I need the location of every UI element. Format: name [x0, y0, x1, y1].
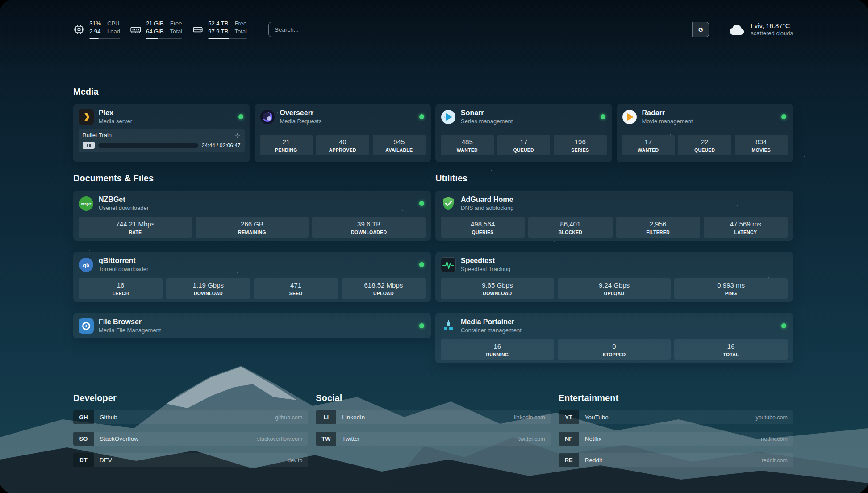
- portainer-subtitle: Container management: [461, 327, 522, 334]
- bookmark-abbr: SO: [73, 432, 94, 446]
- nzbget-link[interactable]: nzbget NZBGet Usenet downloader: [79, 195, 426, 212]
- cpu-usage-value: 31%: [89, 20, 101, 28]
- bookmark-netflix[interactable]: NF Netflix netflix.com: [559, 432, 793, 446]
- plex-name: Plex: [99, 109, 132, 117]
- plex-now-playing: Bullet Train 24:44 / 02:06:47: [79, 129, 245, 152]
- documents-section-title: Documents & Files: [73, 173, 431, 184]
- stat-stopped: 0STOPPED: [558, 339, 671, 360]
- stat-running: 16RUNNING: [441, 339, 554, 360]
- stat-total: 16TOTAL: [674, 339, 788, 360]
- playback-progress-bar: [98, 143, 198, 148]
- bookmark-stackoverflow[interactable]: SO StackOverflow stackoverflow.com: [73, 432, 308, 446]
- overseerr-icon: [260, 109, 275, 125]
- stat-queries: 498,564QUERIES: [441, 217, 525, 238]
- ram-progress-bar: [146, 38, 182, 39]
- filebrowser-status-dot: [419, 323, 424, 328]
- filebrowser-icon: [79, 318, 94, 334]
- developer-bookmarks: Developer GH Github github.com SO StackO…: [73, 393, 308, 467]
- overseerr-card: Overseerr Media Requests 21PENDING 40APP…: [255, 104, 431, 162]
- adguard-subtitle: DNS and adblocking: [461, 205, 514, 212]
- qbittorrent-link[interactable]: qb qBittorrent Torrent downloader: [79, 256, 426, 273]
- bookmark-abbr: RE: [559, 453, 579, 467]
- pause-button[interactable]: [83, 142, 95, 149]
- stat-filtered: 2,956FILTERED: [616, 217, 700, 238]
- bookmark-abbr: YT: [559, 410, 579, 424]
- sonarr-card: Sonarr Series management 485WANTED 17QUE…: [435, 104, 612, 162]
- cpu-progress-bar: [89, 38, 120, 39]
- disk-icon: [192, 24, 204, 35]
- documents-section: Documents & Files nzbget: [73, 173, 431, 363]
- filebrowser-card: File Browser Media File Management: [73, 313, 431, 338]
- bookmark-domain: stackoverflow.com: [257, 436, 302, 442]
- bookmark-abbr: TW: [316, 432, 336, 446]
- bookmark-domain: reddit.com: [762, 457, 788, 464]
- bookmark-name: YouTube: [585, 414, 609, 421]
- social-section-title: Social: [316, 393, 550, 404]
- bookmark-abbr: GH: [73, 410, 94, 424]
- portainer-name: Media Portainer: [461, 318, 522, 326]
- qbittorrent-status-dot: [419, 262, 424, 267]
- bookmark-linkedin[interactable]: LI LinkedIn linkedin.com: [316, 410, 550, 424]
- radarr-link[interactable]: Radarr Movie management: [622, 109, 788, 125]
- plex-status-dot: [238, 114, 243, 119]
- bookmark-youtube[interactable]: YT YouTube youtube.com: [559, 410, 793, 424]
- bookmark-domain: dev.to: [288, 457, 302, 464]
- stat-upload: 9.24 GbpsUPLOAD: [558, 278, 671, 299]
- overseerr-link[interactable]: Overseerr Media Requests: [260, 109, 426, 125]
- radarr-status-dot: [781, 114, 786, 119]
- search-provider-button[interactable]: G: [692, 22, 709, 37]
- header-divider: [73, 53, 793, 53]
- bookmark-abbr: DT: [73, 453, 94, 467]
- bookmark-dev[interactable]: DT DEV dev.to: [73, 453, 308, 467]
- stat-queued: 17QUEUED: [497, 135, 551, 155]
- speedtest-name: Speedtest: [461, 256, 510, 265]
- disk-total-value: 97.9 TB: [208, 28, 228, 36]
- stat-download: 9.65 GbpsDOWNLOAD: [441, 278, 554, 299]
- svg-text:qb: qb: [83, 262, 89, 267]
- portainer-card: Media Portainer Container management 16R…: [435, 313, 793, 363]
- stat-upload: 618.52 MbpsUPLOAD: [342, 278, 426, 299]
- bookmark-name: Netflix: [585, 435, 602, 442]
- plex-link[interactable]: Plex Media server: [79, 109, 245, 125]
- utilities-section-title: Utilities: [435, 173, 793, 184]
- search-bar: G: [268, 22, 709, 37]
- sonarr-subtitle: Series management: [461, 118, 513, 125]
- stat-wanted: 485WANTED: [441, 135, 494, 155]
- search-input[interactable]: [269, 22, 692, 37]
- ram-icon: [130, 24, 142, 35]
- playback-time: 24:44 / 02:06:47: [202, 142, 241, 149]
- weather-condition: scattered clouds: [751, 30, 793, 38]
- speedtest-link[interactable]: Speedtest Speedtest Tracking: [441, 256, 788, 273]
- adguard-link[interactable]: AdGuard Home DNS and adblocking: [441, 195, 788, 212]
- settings-gear-icon[interactable]: [234, 132, 241, 138]
- social-bookmarks: Social LI LinkedIn linkedin.com TW Twitt…: [316, 393, 550, 446]
- qbittorrent-name: qBittorrent: [99, 256, 148, 265]
- stat-seed: 471SEED: [254, 278, 338, 299]
- bookmark-domain: github.com: [275, 414, 302, 421]
- nzbget-icon: nzbget: [79, 196, 94, 211]
- plex-subtitle: Media server: [99, 118, 132, 125]
- disk-progress-bar: [208, 38, 247, 39]
- memory-stat: 21 GiB Free 64 GiB Total: [130, 20, 182, 39]
- portainer-link[interactable]: Media Portainer Container management: [441, 318, 788, 334]
- bookmark-github[interactable]: GH Github github.com: [73, 410, 308, 424]
- bookmark-reddit[interactable]: RE Reddit reddit.com: [559, 453, 793, 467]
- filebrowser-link[interactable]: File Browser Media File Management: [79, 318, 426, 334]
- ram-free-label: Free: [170, 20, 182, 28]
- radarr-name: Radarr: [642, 109, 693, 117]
- adguard-card: AdGuard Home DNS and adblocking 498,564Q…: [435, 191, 793, 241]
- stat-rate: 744.21 MbpsRATE: [79, 217, 192, 238]
- sonarr-link[interactable]: Sonarr Series management: [441, 109, 607, 125]
- adguard-name: AdGuard Home: [461, 195, 514, 204]
- cpu-icon: [73, 24, 85, 35]
- disk-free-label: Free: [234, 20, 246, 28]
- stat-movies: 834MOVIES: [735, 135, 788, 155]
- bookmark-domain: netflix.com: [761, 436, 788, 442]
- speedtest-icon: [441, 257, 456, 272]
- radarr-icon: [622, 109, 637, 125]
- bookmark-twitter[interactable]: TW Twitter twitter.com: [316, 432, 550, 446]
- stat-blocked: 86,401BLOCKED: [528, 217, 612, 238]
- filebrowser-name: File Browser: [99, 318, 161, 326]
- speedtest-subtitle: Speedtest Tracking: [461, 266, 510, 273]
- overseerr-status-dot: [419, 114, 424, 119]
